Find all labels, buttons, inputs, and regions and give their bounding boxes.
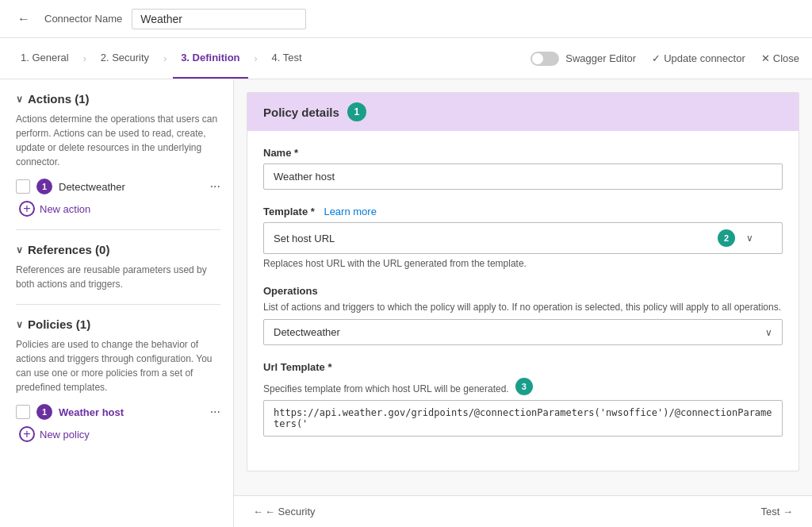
action-checkbox[interactable] (16, 179, 30, 194)
template-field-label: Template * Learn more (263, 206, 783, 217)
name-field-label: Name * (263, 147, 783, 159)
operations-desc: List of actions and triggers to which th… (263, 302, 783, 313)
content-area: Policy details 1 Name * Template * Learn… (234, 79, 812, 527)
operations-value: Detectweather (274, 326, 340, 338)
policies-description: Policies are used to change the behavior… (16, 337, 220, 394)
nav-sep-3: › (255, 53, 258, 64)
operations-chevron-icon: ∨ (765, 327, 772, 338)
back-icon: ← (253, 506, 263, 517)
policy-item-weather-host: 1 Weather host ··· (16, 404, 220, 420)
operations-field-label: Operations (263, 285, 783, 297)
policy-body: Name * Template * Learn more Set host UR… (247, 131, 799, 471)
learn-more-link[interactable]: Learn more (324, 206, 376, 217)
nav-right: Swagger Editor ✓ Update connector ✕ Clos… (530, 52, 799, 66)
template-step-badge: 2 (718, 229, 735, 247)
tab-security[interactable]: 2. Security (93, 38, 157, 79)
policies-section-header[interactable]: ∨ Policies (1) (16, 317, 220, 331)
url-template-field-label: Url Template * (263, 361, 783, 373)
policy-header: Policy details 1 (247, 93, 799, 131)
sidebar: ∨ Actions (1) Actions determine the oper… (0, 79, 234, 527)
toggle-thumb (532, 53, 543, 64)
nav-sep-1: › (83, 53, 86, 64)
main-layout: ∨ Actions (1) Actions determine the oper… (0, 79, 812, 527)
plus-circle-icon: + (19, 201, 35, 217)
actions-section-header[interactable]: ∨ Actions (1) (16, 92, 220, 106)
action-badge: 1 (36, 179, 52, 194)
policy-checkbox[interactable] (16, 405, 30, 419)
nav-tabs: 1. General › 2. Security › 3. Definition… (0, 38, 812, 79)
references-section-header[interactable]: ∨ References (0) (16, 243, 220, 256)
toggle-track[interactable] (530, 52, 559, 66)
template-chevron-icon: ∨ (746, 233, 753, 244)
url-template-desc: Specifies template from which host URL w… (263, 383, 509, 394)
sidebar-divider-2 (16, 304, 220, 305)
top-bar: ← Connector Name (0, 0, 812, 38)
template-value-text: Set host URL (274, 233, 335, 244)
actions-description: Actions determine the operations that us… (16, 112, 220, 169)
operations-select[interactable]: Detectweather ∨ (263, 319, 783, 345)
back-security-button[interactable]: ← ← Security (253, 506, 316, 517)
sidebar-divider-1 (16, 229, 220, 230)
content-footer: ← ← Security Test → (234, 495, 812, 527)
policy-header-title: Policy details (263, 106, 339, 119)
policy-badge: 1 (36, 404, 52, 420)
new-action-button[interactable]: + New action (19, 201, 220, 217)
template-select-wrapper: Set host URL 2 ∨ (263, 222, 783, 254)
url-template-field-group: Url Template * Specifies template from w… (263, 361, 783, 439)
tab-definition[interactable]: 3. Definition (173, 38, 247, 79)
action-more-icon[interactable]: ··· (210, 179, 220, 194)
policy-label[interactable]: Weather host (59, 406, 124, 418)
check-icon: ✓ (652, 52, 661, 64)
template-select[interactable]: Set host URL 2 ∨ (263, 222, 783, 254)
action-label[interactable]: Detectweather (59, 181, 125, 193)
url-template-textarea[interactable]: https://api.weather.gov/gridpoints/@conn… (263, 400, 783, 437)
name-field-input[interactable] (263, 163, 783, 190)
name-field-group: Name * (263, 147, 783, 190)
template-field-group: Template * Learn more Set host URL 2 (263, 206, 783, 269)
connector-name-label: Connector Name (44, 13, 122, 25)
operations-field-group: Operations List of actions and triggers … (263, 285, 783, 345)
template-hint: Replaces host URL with the URL generated… (263, 258, 783, 269)
nav-sep-2: › (163, 53, 167, 64)
tab-general[interactable]: 1. General (13, 38, 77, 79)
update-connector-button[interactable]: ✓ Update connector (652, 52, 745, 64)
policy-step-badge: 1 (347, 102, 366, 121)
policy-card: Policy details 1 Name * Template * Learn… (247, 92, 799, 471)
references-chevron-icon: ∨ (16, 244, 23, 256)
plus-circle-policy-icon: + (19, 426, 35, 442)
next-test-button[interactable]: Test → (761, 506, 793, 517)
close-icon: ✕ (761, 52, 770, 64)
tab-test[interactable]: 4. Test (264, 38, 310, 79)
url-template-step-badge: 3 (515, 378, 533, 395)
back-button[interactable]: ← (13, 8, 35, 30)
references-description: References are reusable parameters used … (16, 263, 220, 291)
swagger-editor-toggle[interactable]: Swagger Editor (530, 52, 636, 66)
policies-chevron-icon: ∨ (16, 319, 23, 330)
policy-more-icon[interactable]: ··· (210, 405, 220, 419)
action-item-detectweather: 1 Detectweather ··· (16, 179, 220, 194)
new-policy-button[interactable]: + New policy (19, 426, 220, 442)
actions-chevron-icon: ∨ (16, 94, 23, 105)
close-button[interactable]: ✕ Close (761, 52, 799, 64)
connector-name-input[interactable] (132, 9, 306, 29)
